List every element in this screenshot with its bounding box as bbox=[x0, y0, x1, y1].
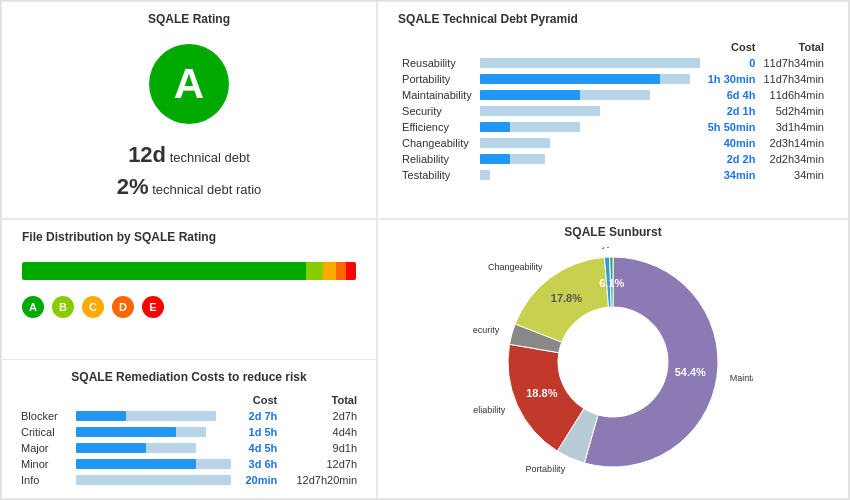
pyramid-row-bar bbox=[476, 167, 704, 183]
tech-debt-label: technical debt bbox=[170, 150, 250, 165]
table-row: Portability 1h 30min 11d7h34min bbox=[398, 71, 828, 87]
pyramid-row-total: 11d7h34min bbox=[759, 55, 828, 71]
pyramid-row-label: Efficiency bbox=[398, 119, 476, 135]
table-row: Major 4d 5h 9d1h bbox=[17, 440, 361, 456]
rem-row-total: 4d4h bbox=[281, 424, 361, 440]
dashboard: SQALE Rating A 12d technical debt 2% tec… bbox=[0, 0, 850, 500]
pyramid-row-cost: 1h 30min bbox=[704, 71, 760, 87]
table-row: Minor 3d 6h 12d7h bbox=[17, 456, 361, 472]
dist-badge: C bbox=[82, 296, 104, 318]
dist-bar-segment bbox=[306, 262, 323, 280]
table-row: Reusability 0 11d7h34min bbox=[398, 55, 828, 71]
tech-debt-ratio-value: 2% bbox=[117, 174, 149, 199]
pyramid-row-cost: 5h 50min bbox=[704, 119, 760, 135]
rem-row-total: 2d7h bbox=[281, 408, 361, 424]
pyramid-row-label: Maintainability bbox=[398, 87, 476, 103]
pyramid-row-bar bbox=[476, 151, 704, 167]
pyramid-row-cost: 2d 1h bbox=[704, 103, 760, 119]
pyramid-row-bar bbox=[476, 71, 704, 87]
rem-row-total: 9d1h bbox=[281, 440, 361, 456]
pyramid-row-total: 2d3h14min bbox=[759, 135, 828, 151]
pyramid-row-label: Portability bbox=[398, 71, 476, 87]
rem-row-total: 12d7h bbox=[281, 456, 361, 472]
pyramid-row-label: Reusability bbox=[398, 55, 476, 71]
rem-row-label: Critical bbox=[17, 424, 72, 440]
dist-bar bbox=[22, 262, 356, 280]
table-row: Efficiency 5h 50min 3d1h4min bbox=[398, 119, 828, 135]
remediation-title: SQALE Remediation Costs to reduce risk bbox=[71, 370, 306, 384]
sunburst-panel: SQALE Sunburst 54.4%18.8%17.8%6.1%Testab… bbox=[377, 219, 849, 499]
pyramid-row-total: 34min bbox=[759, 167, 828, 183]
pyramid-row-cost: 6d 4h bbox=[704, 87, 760, 103]
pyramid-row-label: Testability bbox=[398, 167, 476, 183]
pyramid-row-total: 11d6h4min bbox=[759, 87, 828, 103]
rem-row-label: Info bbox=[17, 472, 72, 488]
file-distribution-panel: File Distribution by SQALE Rating ABCDE bbox=[2, 220, 376, 360]
table-row: Security 2d 1h 5d2h4min bbox=[398, 103, 828, 119]
dist-labels: ABCDE bbox=[22, 296, 164, 318]
sqale-rating-panel: SQALE Rating A 12d technical debt 2% tec… bbox=[1, 1, 377, 219]
table-row: Changeability 40min 2d3h14min bbox=[398, 135, 828, 151]
pyramid-row-bar bbox=[476, 103, 704, 119]
table-row: Critical 1d 5h 4d4h bbox=[17, 424, 361, 440]
rem-row-cost: 2d 7h bbox=[235, 408, 281, 424]
pyramid-row-label: Reliability bbox=[398, 151, 476, 167]
dist-badge: E bbox=[142, 296, 164, 318]
file-distribution-title: File Distribution by SQALE Rating bbox=[22, 230, 216, 244]
dist-badge: A bbox=[22, 296, 44, 318]
rem-row-total: 12d7h20min bbox=[281, 472, 361, 488]
pyramid-row-bar bbox=[476, 87, 704, 103]
dist-bar-segment bbox=[336, 262, 346, 280]
rating-grade: A bbox=[174, 60, 204, 108]
pyramid-row-total: 5d2h4min bbox=[759, 103, 828, 119]
dist-badge: D bbox=[112, 296, 134, 318]
rem-row-cost: 4d 5h bbox=[235, 440, 281, 456]
rem-row-bar bbox=[72, 424, 235, 440]
rem-row-bar bbox=[72, 408, 235, 424]
sqale-rating-title: SQALE Rating bbox=[148, 12, 230, 26]
pyramid-row-bar bbox=[476, 135, 704, 151]
pyramid-row-cost: 40min bbox=[704, 135, 760, 151]
rem-row-label: Major bbox=[17, 440, 72, 456]
pyramid-row-bar bbox=[476, 119, 704, 135]
pyramid-row-cost: 2d 2h bbox=[704, 151, 760, 167]
pyramid-row-label: Security bbox=[398, 103, 476, 119]
table-row: Info 20min 12d7h20min bbox=[17, 472, 361, 488]
dist-bar-segment bbox=[346, 262, 356, 280]
tech-debt-display: 12d technical debt bbox=[128, 142, 250, 168]
rem-row-bar bbox=[72, 472, 235, 488]
rem-row-label: Blocker bbox=[17, 408, 72, 424]
rem-row-bar bbox=[72, 440, 235, 456]
tech-debt-value: 12d bbox=[128, 142, 166, 167]
rem-row-cost: 1d 5h bbox=[235, 424, 281, 440]
table-row: Testability 34min 34min bbox=[398, 167, 828, 183]
tech-debt-pyramid-title: SQALE Technical Debt Pyramid bbox=[398, 12, 578, 26]
rem-row-bar bbox=[72, 456, 235, 472]
dist-badge: B bbox=[52, 296, 74, 318]
pyramid-row-total: 3d1h4min bbox=[759, 119, 828, 135]
dist-bar-container bbox=[22, 262, 356, 280]
remediation-panel: SQALE Remediation Costs to reduce risk C… bbox=[2, 360, 376, 498]
rem-row-cost: 3d 6h bbox=[235, 456, 281, 472]
tech-debt-ratio-label: technical debt ratio bbox=[152, 182, 261, 197]
table-row: Maintainability 6d 4h 11d6h4min bbox=[398, 87, 828, 103]
pyramid-table: Cost Total Reusability 0 11d7h34min Port… bbox=[398, 39, 828, 183]
sunburst-container: 54.4%18.8%17.8%6.1%TestabilityChangeabil… bbox=[388, 247, 838, 487]
rem-row-cost: 20min bbox=[235, 472, 281, 488]
pyramid-row-cost: 34min bbox=[704, 167, 760, 183]
sunburst-title: SQALE Sunburst bbox=[564, 225, 661, 239]
pyramid-row-total: 2d2h34min bbox=[759, 151, 828, 167]
pyramid-row-label: Changeability bbox=[398, 135, 476, 151]
sunburst-labels bbox=[473, 249, 753, 479]
tech-debt-pyramid-panel: SQALE Technical Debt Pyramid Cost Total … bbox=[377, 1, 849, 219]
tech-debt-ratio-display: 2% technical debt ratio bbox=[117, 174, 262, 200]
pyramid-row-bar bbox=[476, 55, 704, 71]
pyramid-row-total: 11d7h34min bbox=[759, 71, 828, 87]
pyramid-row-cost: 0 bbox=[704, 55, 760, 71]
table-row: Blocker 2d 7h 2d7h bbox=[17, 408, 361, 424]
dist-bar-segment bbox=[323, 262, 336, 280]
rem-row-label: Minor bbox=[17, 456, 72, 472]
table-row: Reliability 2d 2h 2d2h34min bbox=[398, 151, 828, 167]
remediation-table: Cost Total Blocker 2d 7h 2d7h Critical 1… bbox=[17, 392, 361, 488]
dist-bar-segment bbox=[22, 262, 306, 280]
